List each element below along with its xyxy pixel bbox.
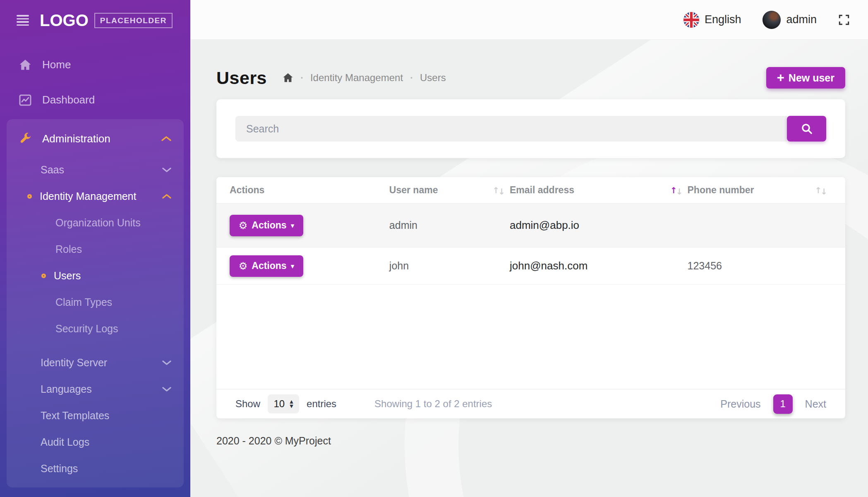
column-label: Actions: [230, 185, 264, 196]
table-empty-space: [216, 285, 845, 389]
page-number-button[interactable]: 1: [773, 394, 793, 414]
page-title: Users: [216, 68, 267, 88]
search-card: [216, 99, 845, 158]
column-header-email[interactable]: Email address ↑↓: [510, 185, 688, 196]
language-label: English: [705, 13, 741, 26]
column-label: Email address: [510, 185, 574, 196]
breadcrumb-item-current: Users: [420, 72, 446, 84]
pagination: Previous 1 Next: [720, 394, 826, 414]
table-row: ⚙ Actions ▾ john john@nash.com 123456: [216, 247, 845, 285]
sidebar-item-label: Users: [54, 270, 81, 282]
sidebar-item-administration[interactable]: Administration: [7, 121, 184, 156]
home-icon: [18, 59, 32, 71]
fullscreen-button[interactable]: [838, 14, 850, 26]
search-input[interactable]: [235, 116, 787, 142]
column-header-phone[interactable]: Phone number ↑↓: [688, 185, 832, 196]
logo[interactable]: LOGO PLACEHOLDER: [40, 11, 173, 30]
user-menu[interactable]: admin: [762, 11, 817, 29]
column-label: Phone number: [688, 185, 754, 196]
sort-icon: ↑↓: [492, 185, 504, 195]
sort-icon: ↑↓: [670, 185, 682, 195]
sort-icon: ↑↓: [815, 185, 826, 195]
sidebar-header: LOGO PLACEHOLDER: [0, 0, 190, 41]
main-area: English admin Users •: [190, 0, 868, 497]
sidebar-item-identity-management[interactable]: Identity Management: [7, 183, 184, 209]
previous-page-button[interactable]: Previous: [720, 398, 760, 410]
sidebar-item-organization-units[interactable]: Organization Units: [7, 209, 184, 236]
sidebar-item-text-templates[interactable]: Text Templates: [7, 402, 184, 429]
wrench-icon: [18, 132, 32, 145]
ring-bullet-icon: [27, 194, 32, 199]
sidebar-item-roles[interactable]: Roles: [7, 236, 184, 262]
dashboard-chart-icon: [18, 94, 32, 106]
sidebar-item-label: Dashboard: [42, 94, 95, 106]
show-label: Show: [235, 398, 260, 410]
row-actions-button[interactable]: ⚙ Actions ▾: [230, 215, 303, 236]
table-footer: Show 10 ▲▼ entries Showing 1 to 2 of 2 e…: [216, 389, 845, 418]
avatar: [762, 11, 781, 29]
logo-text: LOGO: [40, 11, 89, 30]
actions-label: Actions: [252, 220, 286, 231]
stepper-icon: ▲▼: [290, 399, 293, 408]
new-user-button[interactable]: + New user: [766, 67, 845, 89]
sidebar-item-label: Organization Units: [55, 217, 141, 229]
breadcrumb-separator: •: [301, 74, 303, 81]
breadcrumb: • Identity Management • Users: [283, 72, 446, 84]
table-row: ⚙ Actions ▾ admin admin@abp.io: [216, 204, 845, 247]
cell-email: john@nash.com: [510, 259, 688, 272]
chevron-up-icon: [161, 136, 171, 142]
top-header: English admin: [190, 0, 868, 40]
breadcrumb-item[interactable]: Identity Management: [310, 72, 403, 84]
sidebar-item-label: Identity Server: [41, 357, 107, 369]
cell-phone: 123456: [688, 260, 832, 272]
chevron-down-icon: [162, 360, 171, 365]
showing-info: Showing 1 to 2 of 2 entries: [374, 398, 492, 410]
sidebar-item-label: Saas: [41, 164, 64, 176]
column-header-user-name[interactable]: User name ↑↓: [389, 185, 510, 196]
page-header: Users • Identity Management • Users + Ne…: [216, 67, 845, 89]
page-size-select[interactable]: 10 ▲▼: [268, 394, 299, 413]
fullscreen-icon: [838, 14, 850, 26]
cell-user-name: john: [389, 260, 510, 272]
sidebar-item-identity-server[interactable]: Identity Server: [7, 349, 184, 376]
chevron-down-icon: [162, 387, 171, 392]
breadcrumb-home-icon[interactable]: [283, 73, 293, 83]
cell-email: admin@abp.io: [510, 219, 688, 232]
search-icon: [801, 122, 813, 135]
sidebar-item-settings[interactable]: Settings: [7, 455, 184, 482]
sidebar-item-home[interactable]: Home: [0, 47, 190, 82]
sidebar: LOGO PLACEHOLDER Home Dashboard: [0, 0, 190, 497]
sidebar-item-dashboard[interactable]: Dashboard: [0, 82, 190, 118]
menu-toggle-icon[interactable]: [17, 15, 29, 26]
next-page-button[interactable]: Next: [805, 398, 826, 410]
sidebar-item-security-logs[interactable]: Security Logs: [7, 315, 184, 342]
chevron-up-icon: [162, 194, 171, 199]
table-header-row: Actions User name ↑↓ Email address ↑↓ Ph…: [216, 177, 845, 204]
search-button[interactable]: [787, 116, 826, 142]
sidebar-item-label: Languages: [41, 383, 92, 395]
column-header-actions: Actions: [230, 185, 389, 196]
cell-user-name: admin: [389, 219, 510, 231]
sidebar-item-users[interactable]: Users: [7, 262, 184, 289]
sidebar-item-label: Identity Management: [40, 190, 136, 202]
sidebar-item-audit-logs[interactable]: Audit Logs: [7, 429, 184, 455]
users-table: Actions User name ↑↓ Email address ↑↓ Ph…: [216, 177, 845, 418]
row-actions-button[interactable]: ⚙ Actions ▾: [230, 255, 303, 277]
entries-label: entries: [307, 398, 336, 410]
user-name-label: admin: [786, 13, 817, 26]
content-area: Users • Identity Management • Users + Ne…: [190, 40, 868, 497]
sidebar-item-label: Settings: [41, 463, 78, 475]
sidebar-item-languages[interactable]: Languages: [7, 376, 184, 402]
uk-flag-icon: [683, 12, 699, 28]
language-selector[interactable]: English: [683, 12, 741, 28]
sidebar-item-saas[interactable]: Saas: [7, 156, 184, 183]
sidebar-item-claim-types[interactable]: Claim Types: [7, 289, 184, 315]
breadcrumb-separator: •: [410, 74, 412, 81]
app-root: LOGO PLACEHOLDER Home Dashboard: [0, 0, 868, 497]
sidebar-nav: Home Dashboard Administration: [0, 41, 190, 487]
logo-badge: PLACEHOLDER: [94, 13, 173, 28]
actions-label: Actions: [252, 260, 286, 271]
sidebar-item-label: Audit Logs: [41, 436, 89, 448]
sidebar-item-label: Security Logs: [55, 323, 118, 335]
ring-bullet-icon: [41, 274, 46, 278]
